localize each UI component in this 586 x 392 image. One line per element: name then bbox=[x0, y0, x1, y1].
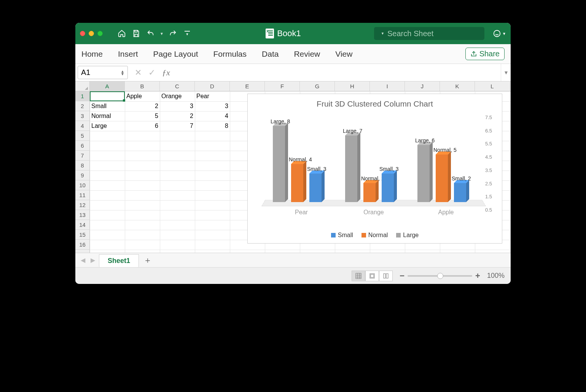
minimize-window-button[interactable] bbox=[89, 31, 94, 36]
bar-normal: Normal, 5 bbox=[436, 155, 448, 202]
column-headers[interactable]: ABCDEFGHIJKL bbox=[90, 81, 511, 91]
row-header-6[interactable]: 6 bbox=[75, 141, 89, 151]
tab-home[interactable]: Home bbox=[81, 49, 103, 59]
col-header-C[interactable]: C bbox=[160, 81, 195, 91]
feedback-button[interactable]: ▼ bbox=[493, 29, 506, 38]
zoom-thumb[interactable] bbox=[437, 273, 443, 279]
col-header-H[interactable]: H bbox=[335, 81, 370, 91]
zoom-track[interactable] bbox=[408, 275, 472, 277]
row-header-12[interactable]: 12 bbox=[75, 200, 89, 210]
close-window-button[interactable] bbox=[80, 31, 85, 36]
tab-insert[interactable]: Insert bbox=[118, 49, 138, 59]
col-header-F[interactable]: F bbox=[265, 81, 300, 91]
cell-B4[interactable]: 6 bbox=[125, 121, 160, 131]
page-break-view-button[interactable] bbox=[379, 271, 393, 281]
col-header-L[interactable]: L bbox=[475, 81, 510, 91]
tab-formulas[interactable]: Formulas bbox=[213, 49, 247, 59]
search-dropdown-icon[interactable]: ▼ bbox=[381, 32, 384, 35]
data-label: Normal, 2 bbox=[361, 175, 384, 182]
name-box-value: A1 bbox=[81, 68, 90, 77]
bar-large: Large, 8 bbox=[273, 126, 285, 202]
data-label: Small, 3 bbox=[379, 166, 399, 172]
chart-object[interactable]: Fruit 3D Clustered Column Chart 7.56.55.… bbox=[247, 94, 502, 244]
sheet-tab[interactable]: Sheet1 bbox=[99, 254, 139, 267]
worksheet[interactable]: ABCDEFGHIJKL 12345678910111213141516 App… bbox=[75, 81, 511, 253]
excel-window: ▼ ▼ Book1 ▼ ▼ Home Insert Page Layout Fo… bbox=[75, 23, 511, 284]
row-header-10[interactable]: 10 bbox=[75, 180, 89, 190]
col-header-A[interactable]: A bbox=[90, 81, 125, 91]
prev-sheet-icon[interactable]: ◀ bbox=[79, 257, 87, 264]
cells-area[interactable]: AppleOrangePearSmall233Normal524Large678… bbox=[90, 91, 511, 253]
accept-formula-icon[interactable]: ✓ bbox=[148, 68, 155, 78]
tab-review[interactable]: Review bbox=[294, 49, 320, 59]
cell-C3[interactable]: 2 bbox=[160, 111, 195, 121]
row-header-14[interactable]: 14 bbox=[75, 220, 89, 230]
formula-input[interactable] bbox=[177, 64, 501, 81]
row-headers[interactable]: 12345678910111213141516 bbox=[75, 91, 90, 253]
cell-B1[interactable]: Apple bbox=[125, 91, 160, 101]
col-header-G[interactable]: G bbox=[300, 81, 335, 91]
search-input[interactable] bbox=[387, 29, 484, 38]
tab-data[interactable]: Data bbox=[262, 49, 279, 59]
redo-icon[interactable] bbox=[167, 28, 178, 39]
row-header-7[interactable]: 7 bbox=[75, 151, 89, 161]
row-header-2[interactable]: 2 bbox=[75, 101, 89, 111]
cell-D1[interactable]: Pear bbox=[195, 91, 230, 101]
cell-C4[interactable]: 7 bbox=[160, 121, 195, 131]
undo-icon[interactable] bbox=[145, 28, 156, 39]
zoom-slider[interactable]: − + bbox=[400, 271, 480, 281]
col-header-J[interactable]: J bbox=[405, 81, 440, 91]
share-button[interactable]: Share bbox=[465, 48, 505, 60]
zoom-level[interactable]: 100% bbox=[487, 272, 505, 280]
row-header-16[interactable]: 16 bbox=[75, 240, 89, 250]
legend-item-large: Large bbox=[396, 232, 419, 239]
cell-C1[interactable]: Orange bbox=[160, 91, 195, 101]
col-header-D[interactable]: D bbox=[195, 81, 230, 91]
cell-B2[interactable]: 2 bbox=[125, 101, 160, 111]
cell-B3[interactable]: 5 bbox=[125, 111, 160, 121]
cell-D3[interactable]: 4 bbox=[195, 111, 230, 121]
save-icon[interactable] bbox=[131, 28, 142, 39]
cancel-formula-icon[interactable]: ✕ bbox=[135, 68, 142, 78]
cell-C2[interactable]: 3 bbox=[160, 101, 195, 111]
add-sheet-button[interactable]: ＋ bbox=[141, 255, 154, 266]
row-header-13[interactable]: 13 bbox=[75, 210, 89, 220]
select-all-corner[interactable] bbox=[75, 81, 90, 91]
normal-view-button[interactable] bbox=[352, 271, 365, 281]
col-header-I[interactable]: I bbox=[370, 81, 405, 91]
row-header-5[interactable]: 5 bbox=[75, 131, 89, 141]
name-box[interactable]: A1 ▲▼ bbox=[78, 66, 128, 79]
col-header-K[interactable]: K bbox=[440, 81, 475, 91]
cell-D2[interactable]: 3 bbox=[195, 101, 230, 111]
zoom-window-button[interactable] bbox=[97, 31, 103, 36]
col-header-E[interactable]: E bbox=[230, 81, 265, 91]
row-header-3[interactable]: 3 bbox=[75, 111, 89, 121]
col-header-B[interactable]: B bbox=[125, 81, 160, 91]
expand-formula-bar-icon[interactable]: ▾ bbox=[501, 64, 511, 81]
name-box-stepper[interactable]: ▲▼ bbox=[121, 70, 124, 75]
zoom-in-button[interactable]: + bbox=[475, 271, 480, 281]
tab-view[interactable]: View bbox=[335, 49, 352, 59]
tab-page-layout[interactable]: Page Layout bbox=[153, 49, 198, 59]
row-header-4[interactable]: 4 bbox=[75, 121, 89, 131]
undo-dropdown-icon[interactable]: ▼ bbox=[160, 32, 164, 36]
chart-cluster-pear: PearLarge, 8Normal, 4Small, 3 bbox=[273, 122, 330, 202]
home-icon[interactable] bbox=[116, 28, 127, 39]
zoom-out-button[interactable]: − bbox=[400, 271, 404, 281]
cell-A3[interactable]: Normal bbox=[90, 111, 125, 121]
cell-A2[interactable]: Small bbox=[90, 101, 125, 111]
row-header-1[interactable]: 1 bbox=[75, 91, 89, 101]
row-header-11[interactable]: 11 bbox=[75, 190, 89, 200]
document-title: Book1 bbox=[277, 29, 301, 38]
row-header-8[interactable]: 8 bbox=[75, 161, 89, 171]
row-header-15[interactable]: 15 bbox=[75, 230, 89, 240]
y-tick: 5.5 bbox=[485, 141, 500, 147]
next-sheet-icon[interactable]: ▶ bbox=[89, 257, 97, 264]
cell-A4[interactable]: Large bbox=[90, 121, 125, 131]
row-header-9[interactable]: 9 bbox=[75, 171, 89, 180]
cell-D4[interactable]: 8 bbox=[195, 121, 230, 131]
fx-icon[interactable]: ƒx bbox=[162, 68, 170, 78]
page-layout-view-button[interactable] bbox=[365, 271, 379, 281]
search-box[interactable]: ▼ bbox=[374, 27, 484, 40]
customize-qat-icon[interactable]: ▼ bbox=[182, 28, 193, 39]
